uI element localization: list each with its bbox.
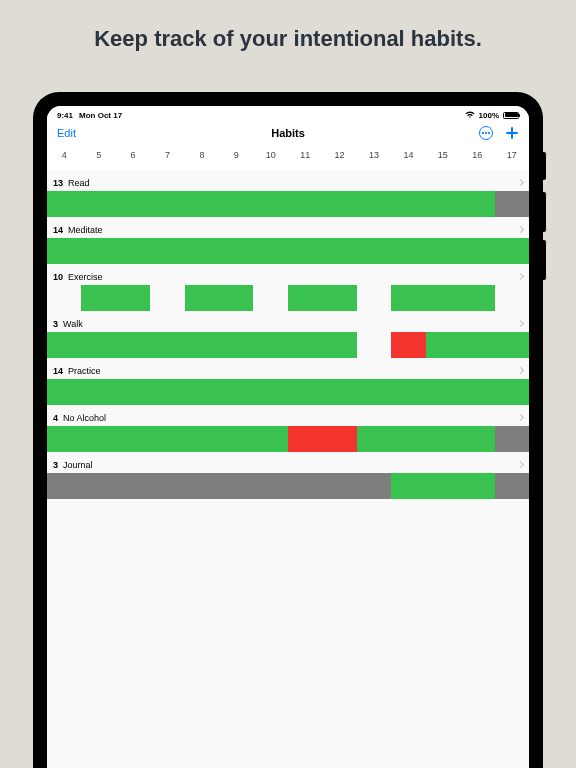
habit-name: Walk: [63, 319, 83, 329]
day-column[interactable]: 10: [254, 150, 288, 160]
habit-segment: [495, 191, 529, 217]
habit-name: Journal: [63, 460, 93, 470]
habit-segment: [47, 473, 391, 499]
battery-label: 100%: [479, 111, 499, 120]
habit-row[interactable]: 3Walk: [47, 311, 529, 358]
habit-name: Practice: [68, 366, 101, 376]
habit-name: Read: [68, 178, 90, 188]
days-header: 4567891011121314151617: [47, 144, 529, 170]
habit-segment: [47, 379, 529, 405]
habit-header: 4No Alcohol: [47, 405, 529, 426]
habit-streak: 14: [53, 366, 63, 376]
habit-segment: [391, 332, 425, 358]
day-column[interactable]: 5: [81, 150, 115, 160]
habit-segment: [150, 285, 184, 311]
habit-name: No Alcohol: [63, 413, 106, 423]
device-button: [543, 240, 546, 280]
device-button: [543, 192, 546, 232]
day-column[interactable]: 4: [47, 150, 81, 160]
habit-track[interactable]: [47, 379, 529, 405]
habit-segment: [81, 285, 150, 311]
habit-header: 3Journal: [47, 452, 529, 473]
wifi-icon: [465, 111, 475, 119]
day-column[interactable]: 13: [357, 150, 391, 160]
habit-track[interactable]: [47, 473, 529, 499]
habit-streak: 3: [53, 460, 58, 470]
habit-row[interactable]: 14Practice: [47, 358, 529, 405]
habit-row[interactable]: 4No Alcohol: [47, 405, 529, 452]
habit-segment: [47, 332, 357, 358]
habit-segment: [47, 238, 529, 264]
day-column[interactable]: 9: [219, 150, 253, 160]
habit-row[interactable]: 10Exercise: [47, 264, 529, 311]
habit-streak: 4: [53, 413, 58, 423]
habit-streak: 10: [53, 272, 63, 282]
nav-bar: Edit Habits: [47, 122, 529, 144]
habit-segment: [495, 473, 529, 499]
day-column[interactable]: 7: [150, 150, 184, 160]
habit-streak: 14: [53, 225, 63, 235]
habit-streak: 3: [53, 319, 58, 329]
habit-segment: [357, 285, 391, 311]
battery-icon: [503, 112, 519, 119]
habit-header: 10Exercise: [47, 264, 529, 285]
screen: 9:41 Mon Oct 17 100% Edit Habits 4567891…: [47, 106, 529, 768]
habit-segment: [391, 285, 494, 311]
day-column[interactable]: 11: [288, 150, 322, 160]
habit-segment: [47, 285, 81, 311]
habit-segment: [357, 332, 391, 358]
habit-segment: [288, 426, 357, 452]
habit-row[interactable]: 3Journal: [47, 452, 529, 499]
habits-list: 13Read14Meditate10Exercise3Walk14Practic…: [47, 170, 529, 499]
page-title: Habits: [47, 127, 529, 139]
habit-header: 13Read: [47, 170, 529, 191]
habit-name: Meditate: [68, 225, 103, 235]
status-bar: 9:41 Mon Oct 17 100%: [47, 106, 529, 122]
habit-segment: [253, 285, 287, 311]
habit-name: Exercise: [68, 272, 103, 282]
status-time: 9:41: [57, 111, 73, 120]
habit-header: 14Meditate: [47, 217, 529, 238]
day-column[interactable]: 16: [460, 150, 494, 160]
habit-segment: [495, 426, 529, 452]
habit-segment: [47, 426, 288, 452]
habit-track[interactable]: [47, 238, 529, 264]
day-column[interactable]: 15: [426, 150, 460, 160]
edit-button[interactable]: Edit: [57, 127, 76, 139]
habit-row[interactable]: 14Meditate: [47, 217, 529, 264]
tablet-frame: 9:41 Mon Oct 17 100% Edit Habits 4567891…: [33, 92, 543, 768]
habit-segment: [357, 426, 495, 452]
habit-segment: [495, 285, 529, 311]
habit-segment: [185, 285, 254, 311]
add-icon[interactable]: [505, 126, 519, 140]
habit-track[interactable]: [47, 285, 529, 311]
habit-streak: 13: [53, 178, 63, 188]
habit-track[interactable]: [47, 426, 529, 452]
habit-row[interactable]: 13Read: [47, 170, 529, 217]
day-column[interactable]: 14: [391, 150, 425, 160]
habit-segment: [47, 191, 495, 217]
habit-segment: [426, 332, 529, 358]
day-column[interactable]: 12: [322, 150, 356, 160]
habit-track[interactable]: [47, 191, 529, 217]
status-date: Mon Oct 17: [79, 111, 122, 120]
habit-segment: [288, 285, 357, 311]
day-column[interactable]: 17: [494, 150, 528, 160]
habit-header: 3Walk: [47, 311, 529, 332]
habit-track[interactable]: [47, 332, 529, 358]
device-button: [543, 152, 546, 180]
day-column[interactable]: 8: [185, 150, 219, 160]
marketing-headline: Keep track of your intentional habits.: [0, 0, 576, 62]
habit-segment: [391, 473, 494, 499]
habit-header: 14Practice: [47, 358, 529, 379]
day-column[interactable]: 6: [116, 150, 150, 160]
more-icon[interactable]: [479, 126, 493, 140]
